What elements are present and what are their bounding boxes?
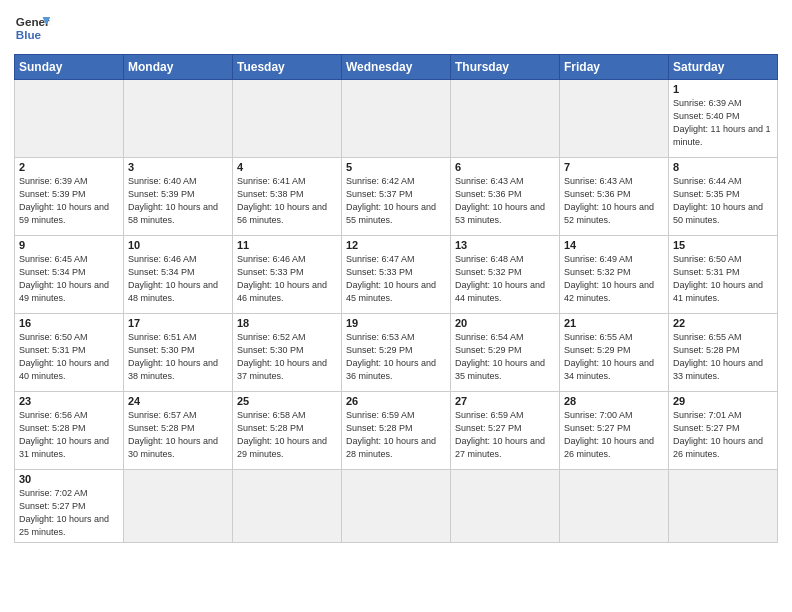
- day-number: 12: [346, 239, 446, 251]
- day-number: 16: [19, 317, 119, 329]
- calendar-cell: 19Sunrise: 6:53 AM Sunset: 5:29 PM Dayli…: [342, 314, 451, 392]
- calendar-week-4: 16Sunrise: 6:50 AM Sunset: 5:31 PM Dayli…: [15, 314, 778, 392]
- calendar-page: General Blue SundayMondayTuesdayWednesda…: [0, 0, 792, 612]
- svg-text:Blue: Blue: [16, 28, 42, 41]
- day-info: Sunrise: 6:51 AM Sunset: 5:30 PM Dayligh…: [128, 331, 228, 383]
- day-info: Sunrise: 6:39 AM Sunset: 5:39 PM Dayligh…: [19, 175, 119, 227]
- day-info: Sunrise: 6:42 AM Sunset: 5:37 PM Dayligh…: [346, 175, 446, 227]
- calendar-cell: 11Sunrise: 6:46 AM Sunset: 5:33 PM Dayli…: [233, 236, 342, 314]
- day-info: Sunrise: 6:47 AM Sunset: 5:33 PM Dayligh…: [346, 253, 446, 305]
- day-number: 27: [455, 395, 555, 407]
- day-number: 3: [128, 161, 228, 173]
- calendar-cell: [15, 80, 124, 158]
- calendar-cell: 24Sunrise: 6:57 AM Sunset: 5:28 PM Dayli…: [124, 392, 233, 470]
- day-info: Sunrise: 6:40 AM Sunset: 5:39 PM Dayligh…: [128, 175, 228, 227]
- day-number: 25: [237, 395, 337, 407]
- day-info: Sunrise: 7:00 AM Sunset: 5:27 PM Dayligh…: [564, 409, 664, 461]
- calendar-cell: [451, 470, 560, 543]
- day-number: 26: [346, 395, 446, 407]
- day-info: Sunrise: 6:39 AM Sunset: 5:40 PM Dayligh…: [673, 97, 773, 149]
- day-number: 1: [673, 83, 773, 95]
- calendar-week-2: 2Sunrise: 6:39 AM Sunset: 5:39 PM Daylig…: [15, 158, 778, 236]
- day-info: Sunrise: 6:45 AM Sunset: 5:34 PM Dayligh…: [19, 253, 119, 305]
- day-info: Sunrise: 6:43 AM Sunset: 5:36 PM Dayligh…: [564, 175, 664, 227]
- calendar-header-row: SundayMondayTuesdayWednesdayThursdayFrid…: [15, 55, 778, 80]
- day-header-sunday: Sunday: [15, 55, 124, 80]
- calendar-cell: 15Sunrise: 6:50 AM Sunset: 5:31 PM Dayli…: [669, 236, 778, 314]
- day-number: 10: [128, 239, 228, 251]
- day-number: 4: [237, 161, 337, 173]
- calendar-cell: 18Sunrise: 6:52 AM Sunset: 5:30 PM Dayli…: [233, 314, 342, 392]
- calendar-cell: [560, 80, 669, 158]
- day-number: 5: [346, 161, 446, 173]
- day-number: 30: [19, 473, 119, 485]
- day-info: Sunrise: 6:55 AM Sunset: 5:29 PM Dayligh…: [564, 331, 664, 383]
- calendar-cell: [451, 80, 560, 158]
- day-info: Sunrise: 6:46 AM Sunset: 5:33 PM Dayligh…: [237, 253, 337, 305]
- day-info: Sunrise: 6:43 AM Sunset: 5:36 PM Dayligh…: [455, 175, 555, 227]
- day-header-saturday: Saturday: [669, 55, 778, 80]
- calendar-cell: [233, 80, 342, 158]
- calendar-cell: 6Sunrise: 6:43 AM Sunset: 5:36 PM Daylig…: [451, 158, 560, 236]
- day-info: Sunrise: 6:46 AM Sunset: 5:34 PM Dayligh…: [128, 253, 228, 305]
- day-number: 9: [19, 239, 119, 251]
- calendar-cell: 9Sunrise: 6:45 AM Sunset: 5:34 PM Daylig…: [15, 236, 124, 314]
- calendar-cell: 29Sunrise: 7:01 AM Sunset: 5:27 PM Dayli…: [669, 392, 778, 470]
- day-number: 15: [673, 239, 773, 251]
- calendar-cell: 4Sunrise: 6:41 AM Sunset: 5:38 PM Daylig…: [233, 158, 342, 236]
- day-info: Sunrise: 6:50 AM Sunset: 5:31 PM Dayligh…: [19, 331, 119, 383]
- calendar-cell: 10Sunrise: 6:46 AM Sunset: 5:34 PM Dayli…: [124, 236, 233, 314]
- day-info: Sunrise: 6:50 AM Sunset: 5:31 PM Dayligh…: [673, 253, 773, 305]
- calendar-week-1: 1Sunrise: 6:39 AM Sunset: 5:40 PM Daylig…: [15, 80, 778, 158]
- day-header-wednesday: Wednesday: [342, 55, 451, 80]
- calendar-cell: 17Sunrise: 6:51 AM Sunset: 5:30 PM Dayli…: [124, 314, 233, 392]
- day-info: Sunrise: 7:02 AM Sunset: 5:27 PM Dayligh…: [19, 487, 119, 539]
- calendar-cell: 23Sunrise: 6:56 AM Sunset: 5:28 PM Dayli…: [15, 392, 124, 470]
- calendar-cell: [669, 470, 778, 543]
- day-number: 11: [237, 239, 337, 251]
- calendar-cell: 2Sunrise: 6:39 AM Sunset: 5:39 PM Daylig…: [15, 158, 124, 236]
- calendar-cell: 20Sunrise: 6:54 AM Sunset: 5:29 PM Dayli…: [451, 314, 560, 392]
- day-info: Sunrise: 6:59 AM Sunset: 5:27 PM Dayligh…: [455, 409, 555, 461]
- day-header-tuesday: Tuesday: [233, 55, 342, 80]
- day-number: 23: [19, 395, 119, 407]
- day-number: 2: [19, 161, 119, 173]
- calendar-cell: 26Sunrise: 6:59 AM Sunset: 5:28 PM Dayli…: [342, 392, 451, 470]
- day-number: 24: [128, 395, 228, 407]
- calendar-cell: 25Sunrise: 6:58 AM Sunset: 5:28 PM Dayli…: [233, 392, 342, 470]
- calendar-cell: 7Sunrise: 6:43 AM Sunset: 5:36 PM Daylig…: [560, 158, 669, 236]
- calendar-cell: [233, 470, 342, 543]
- calendar-cell: 8Sunrise: 6:44 AM Sunset: 5:35 PM Daylig…: [669, 158, 778, 236]
- day-number: 20: [455, 317, 555, 329]
- day-number: 29: [673, 395, 773, 407]
- calendar-cell: [124, 470, 233, 543]
- calendar-cell: [342, 80, 451, 158]
- calendar-table: SundayMondayTuesdayWednesdayThursdayFrid…: [14, 54, 778, 543]
- calendar-body: 1Sunrise: 6:39 AM Sunset: 5:40 PM Daylig…: [15, 80, 778, 543]
- day-info: Sunrise: 6:54 AM Sunset: 5:29 PM Dayligh…: [455, 331, 555, 383]
- day-header-monday: Monday: [124, 55, 233, 80]
- day-info: Sunrise: 6:58 AM Sunset: 5:28 PM Dayligh…: [237, 409, 337, 461]
- day-number: 13: [455, 239, 555, 251]
- day-info: Sunrise: 6:59 AM Sunset: 5:28 PM Dayligh…: [346, 409, 446, 461]
- day-number: 6: [455, 161, 555, 173]
- calendar-cell: 22Sunrise: 6:55 AM Sunset: 5:28 PM Dayli…: [669, 314, 778, 392]
- svg-text:General: General: [16, 15, 50, 28]
- calendar-cell: 30Sunrise: 7:02 AM Sunset: 5:27 PM Dayli…: [15, 470, 124, 543]
- day-info: Sunrise: 6:53 AM Sunset: 5:29 PM Dayligh…: [346, 331, 446, 383]
- calendar-cell: 14Sunrise: 6:49 AM Sunset: 5:32 PM Dayli…: [560, 236, 669, 314]
- day-info: Sunrise: 6:55 AM Sunset: 5:28 PM Dayligh…: [673, 331, 773, 383]
- day-info: Sunrise: 6:48 AM Sunset: 5:32 PM Dayligh…: [455, 253, 555, 305]
- calendar-cell: [342, 470, 451, 543]
- day-header-friday: Friday: [560, 55, 669, 80]
- calendar-week-5: 23Sunrise: 6:56 AM Sunset: 5:28 PM Dayli…: [15, 392, 778, 470]
- calendar-cell: 1Sunrise: 6:39 AM Sunset: 5:40 PM Daylig…: [669, 80, 778, 158]
- calendar-cell: 16Sunrise: 6:50 AM Sunset: 5:31 PM Dayli…: [15, 314, 124, 392]
- calendar-cell: [560, 470, 669, 543]
- calendar-cell: 12Sunrise: 6:47 AM Sunset: 5:33 PM Dayli…: [342, 236, 451, 314]
- calendar-cell: 28Sunrise: 7:00 AM Sunset: 5:27 PM Dayli…: [560, 392, 669, 470]
- calendar-header: General Blue: [14, 10, 778, 46]
- day-info: Sunrise: 6:56 AM Sunset: 5:28 PM Dayligh…: [19, 409, 119, 461]
- day-number: 22: [673, 317, 773, 329]
- calendar-cell: 13Sunrise: 6:48 AM Sunset: 5:32 PM Dayli…: [451, 236, 560, 314]
